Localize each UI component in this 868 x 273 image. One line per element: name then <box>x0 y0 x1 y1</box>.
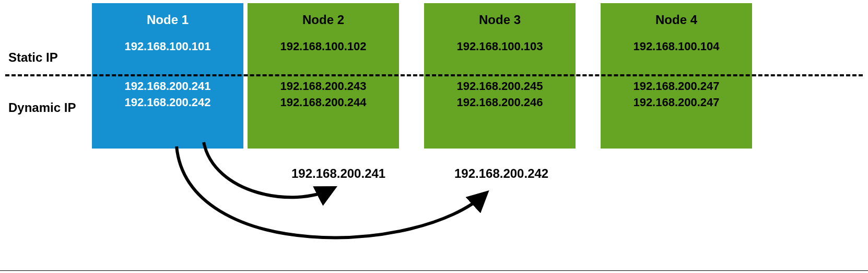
static-dynamic-divider <box>5 74 863 76</box>
node-3-dynamic-ip-1: 192.168.200.245 <box>424 78 576 95</box>
dynamic-ip-label: Dynamic IP <box>8 100 76 115</box>
node-1-dynamic-ip-1: 192.168.200.241 <box>92 78 243 95</box>
node-4-title: Node 4 <box>601 13 752 27</box>
node-1-dynamic-ips: 192.168.200.241 192.168.200.242 <box>92 78 243 111</box>
node-4-dynamic-ip-2: 192.168.200.247 <box>601 95 752 111</box>
node-3-static-ip: 192.168.100.103 <box>424 40 576 53</box>
migrated-ip-to-node2: 192.168.200.241 <box>291 166 385 181</box>
static-ip-label: Static IP <box>8 50 58 65</box>
migrated-ip-to-node3: 192.168.200.242 <box>454 166 548 181</box>
node-3-dynamic-ips: 192.168.200.245 192.168.200.246 <box>424 78 576 111</box>
node-2-dynamic-ip-2: 192.168.200.244 <box>248 95 399 111</box>
arrow-node1-to-node3 <box>177 146 486 237</box>
node-2-title: Node 2 <box>248 13 399 27</box>
node-1-static-ip: 192.168.100.101 <box>92 40 243 53</box>
node-4-dynamic-ips: 192.168.200.247 192.168.200.247 <box>601 78 752 111</box>
node-3-dynamic-ip-2: 192.168.200.246 <box>424 95 576 111</box>
node-4-dynamic-ip-1: 192.168.200.247 <box>601 78 752 95</box>
node-1-dynamic-ip-2: 192.168.200.242 <box>92 95 243 111</box>
node-2-static-ip: 192.168.100.102 <box>248 40 399 53</box>
diagram-canvas: Static IP Dynamic IP Node 1 192.168.100.… <box>0 0 868 273</box>
node-3-title: Node 3 <box>424 13 576 27</box>
node-4-static-ip: 192.168.100.104 <box>601 40 752 53</box>
bottom-rule <box>0 270 868 271</box>
node-2-dynamic-ips: 192.168.200.243 192.168.200.244 <box>248 78 399 111</box>
node-1-title: Node 1 <box>92 13 243 27</box>
node-2-dynamic-ip-1: 192.168.200.243 <box>248 78 399 95</box>
